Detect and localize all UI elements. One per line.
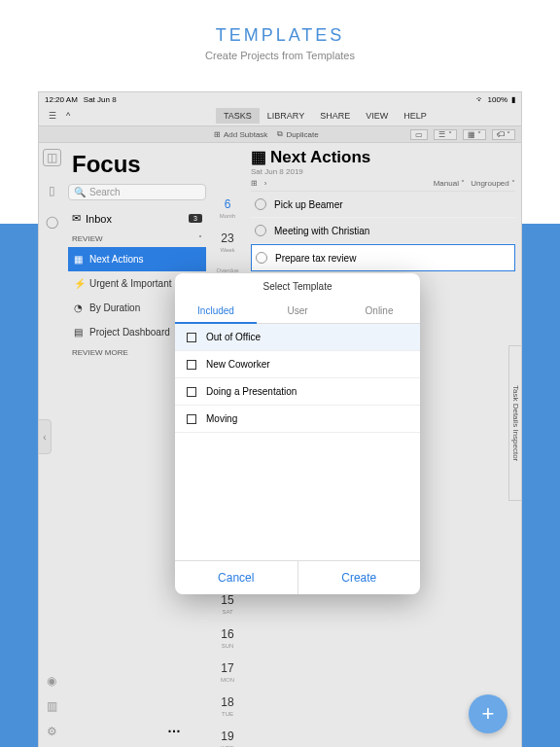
help-icon[interactable]: ◯ xyxy=(46,215,58,229)
doc-icon[interactable]: ▯ xyxy=(49,184,55,197)
view-list-button[interactable]: ☰ ˅ xyxy=(434,129,456,140)
search-input[interactable]: 🔍 Search xyxy=(68,184,206,200)
nav-icon: ⚡ xyxy=(74,278,84,289)
nav-icon: ◔ xyxy=(74,302,84,313)
template-item[interactable]: Out of Office xyxy=(175,324,420,351)
date-cell[interactable]: 18TUE xyxy=(210,690,245,724)
calendar-icon: ▦ xyxy=(251,147,266,167)
breadcrumb-icon[interactable]: ⊞ › xyxy=(251,179,266,188)
wifi-icon: ᯤ xyxy=(476,95,484,104)
task-title: Pick up Beamer xyxy=(274,199,343,210)
modal-tab-included[interactable]: Included xyxy=(175,300,257,324)
expand-sidebar-button[interactable]: ‹ xyxy=(38,419,52,454)
status-time: 12:20 AM xyxy=(45,95,78,104)
modal-tab-online[interactable]: Online xyxy=(338,300,420,324)
top-tabs: ☰ ^ TASKSLIBRARYSHAREVIEWHELP xyxy=(39,106,521,125)
menu-icon[interactable]: ☰ xyxy=(45,111,60,121)
search-placeholder: Search xyxy=(89,187,121,197)
content-title: ▦ Next Actions xyxy=(251,147,515,167)
inbox-badge: 3 xyxy=(189,214,202,223)
tab-share[interactable]: SHARE xyxy=(312,108,358,124)
template-icon xyxy=(187,333,196,342)
tab-help[interactable]: HELP xyxy=(396,108,435,124)
content-date: Sat Jun 8 2019 xyxy=(251,167,515,176)
hero-title: TEMPLATES xyxy=(0,25,560,46)
archive-icon[interactable]: ▥ xyxy=(47,699,57,713)
group-dropdown[interactable]: Ungrouped ˅ xyxy=(471,179,515,188)
tab-view[interactable]: VIEW xyxy=(358,108,396,124)
modal-title: Select Template xyxy=(175,273,420,300)
inspector-handle[interactable]: Task Details Inspector xyxy=(508,345,522,501)
template-icon xyxy=(187,360,196,370)
inbox-item[interactable]: ✉Inbox 3 xyxy=(68,206,206,231)
section-review[interactable]: REVIEW˅ xyxy=(68,231,206,247)
more-icon[interactable]: … xyxy=(167,720,181,735)
status-bar: 12:20 AM Sat Jun 8 ᯤ 100% ▮ xyxy=(39,92,521,106)
view-grid-button[interactable]: ▦ ˅ xyxy=(463,129,486,140)
battery-icon: ▮ xyxy=(511,95,515,104)
app-title: Focus xyxy=(68,143,206,184)
duplicate-icon: ⧉ xyxy=(277,129,283,139)
date-cell[interactable]: 23Week xyxy=(210,226,245,260)
create-button[interactable]: Create xyxy=(298,561,421,594)
tag-button[interactable]: 🏷 ˅ xyxy=(492,129,515,140)
template-item[interactable]: Doing a Presentation xyxy=(175,378,420,406)
task-row[interactable]: Meeting with Christian xyxy=(251,218,515,244)
nav-icon: ▦ xyxy=(74,254,84,265)
template-modal: Select Template IncludedUserOnline Out o… xyxy=(175,273,420,594)
search-icon: 🔍 xyxy=(74,187,86,197)
cancel-button[interactable]: Cancel xyxy=(175,561,298,594)
status-date: Sat Jun 8 xyxy=(84,95,117,104)
task-row[interactable]: Pick up Beamer xyxy=(251,192,515,218)
date-cell[interactable]: 16SUN xyxy=(210,622,245,656)
chevron-down-icon: ˅ xyxy=(198,234,202,243)
duplicate-button[interactable]: ⧉Duplicate xyxy=(277,129,318,139)
template-item[interactable]: Moving xyxy=(175,406,420,433)
task-checkbox[interactable] xyxy=(256,252,267,264)
task-title: Prepare tax review xyxy=(275,253,356,264)
sidebar-item-next-actions[interactable]: ▦Next Actions xyxy=(68,247,206,271)
status-battery: 100% xyxy=(488,95,508,104)
nav-icon: ▤ xyxy=(74,327,84,338)
hero-subtitle: Create Projects from Templates xyxy=(0,50,560,61)
inbox-icon: ✉ xyxy=(72,212,81,225)
gear-icon[interactable]: ⚙ xyxy=(47,725,57,738)
user-icon[interactable]: ◉ xyxy=(47,674,56,688)
modal-tabs: IncludedUserOnline xyxy=(175,300,420,324)
date-cell[interactable]: 17MON xyxy=(210,656,245,690)
date-cell[interactable]: 6Month xyxy=(210,192,245,226)
task-checkbox[interactable] xyxy=(255,198,266,210)
task-row[interactable]: Prepare tax review xyxy=(251,244,515,271)
add-task-button[interactable]: + xyxy=(469,694,508,733)
tray-icon[interactable]: ◫ xyxy=(43,149,61,166)
add-subtask-button[interactable]: ⊞Add Subtask xyxy=(214,130,267,139)
template-icon xyxy=(187,414,196,424)
modal-tab-user[interactable]: User xyxy=(257,300,338,324)
task-title: Meeting with Christian xyxy=(274,226,369,236)
task-checkbox[interactable] xyxy=(255,225,266,236)
modal-list: Out of OfficeNew CoworkerDoing a Present… xyxy=(175,324,420,560)
action-bar: ⊞Add Subtask ⧉Duplicate ▭ ☰ ˅ ▦ ˅ 🏷 ˅ xyxy=(39,125,521,143)
add-icon: ⊞ xyxy=(214,130,221,139)
device-frame: 12:20 AM Sat Jun 8 ᯤ 100% ▮ ☰ ^ TASKSLIB… xyxy=(38,91,522,747)
tab-tasks[interactable]: TASKS xyxy=(216,108,260,124)
template-item[interactable]: New Coworker xyxy=(175,351,420,378)
date-cell[interactable]: 19WED xyxy=(210,724,245,747)
view-card-button[interactable]: ▭ xyxy=(410,129,428,140)
sort-dropdown[interactable]: Manual ˅ xyxy=(434,179,465,188)
template-icon xyxy=(187,387,196,397)
collapse-icon[interactable]: ^ xyxy=(60,111,76,121)
tab-library[interactable]: LIBRARY xyxy=(260,108,312,124)
